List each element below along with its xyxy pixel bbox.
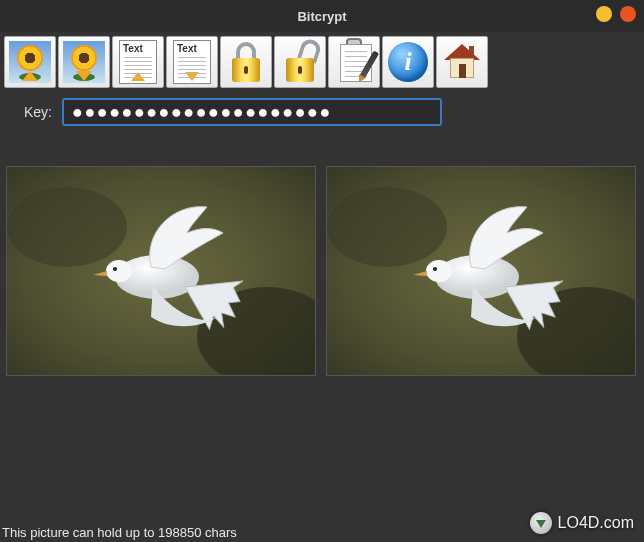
text-load-icon	[119, 40, 157, 84]
encrypt-button[interactable]	[220, 36, 272, 88]
compose-icon	[334, 40, 374, 84]
svg-point-10	[426, 260, 452, 282]
home-icon	[442, 42, 482, 82]
source-image-panel[interactable]	[6, 166, 316, 376]
padlock-closed-icon	[229, 42, 263, 82]
svg-point-11	[433, 267, 437, 271]
window-controls	[596, 6, 636, 22]
sunflower-down-icon	[63, 41, 105, 83]
home-button[interactable]	[436, 36, 488, 88]
save-text-button[interactable]	[166, 36, 218, 88]
svg-point-4	[106, 260, 132, 282]
svg-point-5	[113, 267, 117, 271]
close-button[interactable]	[620, 6, 636, 22]
load-image-button[interactable]	[4, 36, 56, 88]
watermark-text: LO4D.com	[558, 514, 634, 532]
watermark: LO4D.com	[530, 512, 634, 534]
image-panels	[0, 136, 644, 376]
svg-point-7	[327, 187, 447, 267]
minimize-button[interactable]	[596, 6, 612, 22]
titlebar: Bitcrypt	[0, 0, 644, 32]
output-image-panel[interactable]	[326, 166, 636, 376]
text-save-icon	[173, 40, 211, 84]
download-icon	[530, 512, 552, 534]
dove-image-icon	[7, 167, 316, 376]
toolbar: i	[0, 32, 644, 92]
edit-text-button[interactable]	[328, 36, 380, 88]
key-row: Key:	[0, 92, 644, 136]
svg-point-1	[7, 187, 127, 267]
status-bar: This picture can hold up to 198850 chars	[2, 525, 237, 540]
dove-image-icon	[327, 167, 636, 376]
decrypt-button[interactable]	[274, 36, 326, 88]
padlock-open-icon	[283, 42, 317, 82]
sunflower-up-icon	[9, 41, 51, 83]
key-label: Key:	[24, 104, 52, 120]
load-text-button[interactable]	[112, 36, 164, 88]
save-image-button[interactable]	[58, 36, 110, 88]
client-area: i Key:	[0, 32, 644, 542]
key-input[interactable]	[62, 98, 442, 126]
window-title: Bitcrypt	[297, 9, 346, 24]
info-icon: i	[388, 42, 428, 82]
about-button[interactable]: i	[382, 36, 434, 88]
